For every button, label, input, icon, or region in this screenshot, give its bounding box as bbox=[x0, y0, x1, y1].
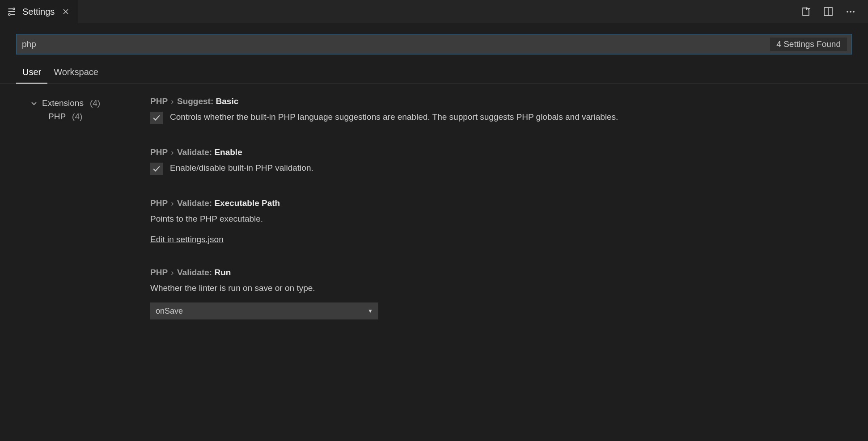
setting-title: PHP › Validate: Run bbox=[150, 268, 852, 277]
close-icon[interactable] bbox=[61, 7, 71, 17]
edit-in-settings-json-link[interactable]: Edit in settings.json bbox=[150, 235, 224, 244]
setting-group: Validate: bbox=[177, 198, 212, 208]
setting-scope: PHP bbox=[150, 198, 168, 208]
scope-tab-label: Workspace bbox=[54, 67, 98, 77]
separator-icon: › bbox=[171, 97, 176, 106]
setting-description: Controls whether the built-in PHP langua… bbox=[170, 111, 618, 124]
more-actions-icon[interactable] bbox=[846, 7, 855, 17]
setting-php-validate-executable-path: PHP › Validate: Executable Path Points t… bbox=[150, 198, 852, 244]
select-validate-run[interactable]: onSave ▼ bbox=[150, 302, 378, 319]
scope-tab-workspace[interactable]: Workspace bbox=[47, 63, 105, 84]
setting-body: Enable/disable built-in PHP validation. bbox=[150, 162, 852, 175]
setting-title: PHP › Validate: Enable bbox=[150, 147, 852, 157]
separator-icon: › bbox=[171, 147, 176, 157]
scope-tab-user[interactable]: User bbox=[16, 63, 47, 84]
settings-tree: Extensions (4) PHP (4) bbox=[16, 84, 150, 343]
svg-point-5 bbox=[850, 11, 851, 13]
setting-description: Points to the PHP executable. bbox=[150, 213, 852, 226]
setting-body: Controls whether the built-in PHP langua… bbox=[150, 111, 852, 124]
check-icon bbox=[152, 114, 161, 122]
tree-item-count: (4) bbox=[72, 112, 82, 122]
separator-icon: › bbox=[171, 268, 176, 277]
settings-search-row: 4 Settings Found bbox=[0, 23, 868, 55]
settings-results-count-badge: 4 Settings Found bbox=[770, 38, 847, 51]
setting-group: Suggest: bbox=[177, 97, 213, 106]
setting-php-suggest-basic: PHP › Suggest: Basic Controls whether th… bbox=[150, 97, 852, 124]
check-icon bbox=[152, 165, 161, 173]
tree-item-label: Extensions bbox=[42, 98, 84, 108]
tree-item-count: (4) bbox=[90, 98, 100, 108]
setting-php-validate-enable: PHP › Validate: Enable Enable/disable bu… bbox=[150, 147, 852, 175]
settings-body: Extensions (4) PHP (4) PHP › Suggest: Ba… bbox=[0, 84, 868, 343]
checkbox[interactable] bbox=[150, 163, 163, 175]
setting-scope: PHP bbox=[150, 97, 168, 106]
tree-item-label: PHP bbox=[48, 112, 66, 122]
setting-name: Basic bbox=[216, 97, 239, 106]
tab-label: Settings bbox=[22, 7, 55, 17]
checkbox[interactable] bbox=[150, 112, 163, 124]
svg-point-0 bbox=[13, 8, 15, 10]
caret-down-icon: ▼ bbox=[368, 308, 373, 314]
setting-title: PHP › Suggest: Basic bbox=[150, 97, 852, 106]
settings-scope-tabs: User Workspace bbox=[0, 55, 868, 84]
scope-tab-label: User bbox=[22, 67, 41, 77]
tabbar-spacer bbox=[78, 0, 801, 23]
settings-search-input[interactable] bbox=[17, 34, 770, 54]
setting-php-validate-run: PHP › Validate: Run Whether the linter i… bbox=[150, 268, 852, 320]
svg-point-6 bbox=[853, 11, 855, 13]
setting-description: Enable/disable built-in PHP validation. bbox=[170, 162, 313, 175]
setting-group: Validate: bbox=[177, 268, 212, 277]
svg-point-4 bbox=[847, 11, 848, 13]
select-value: onSave bbox=[156, 307, 183, 316]
chevron-down-icon bbox=[30, 100, 38, 107]
open-settings-json-icon[interactable] bbox=[801, 7, 811, 17]
setting-group: Validate: bbox=[177, 147, 212, 157]
setting-scope: PHP bbox=[150, 268, 168, 277]
setting-name: Executable Path bbox=[214, 198, 280, 208]
tree-item-extensions[interactable]: Extensions (4) bbox=[16, 97, 150, 110]
tab-settings[interactable]: Settings bbox=[0, 0, 78, 23]
svg-point-1 bbox=[8, 13, 10, 15]
separator-icon: › bbox=[171, 198, 176, 208]
tabbar-actions bbox=[801, 0, 868, 23]
setting-description: Whether the linter is run on save or on … bbox=[150, 282, 852, 295]
setting-name: Enable bbox=[214, 147, 242, 157]
settings-search-box: 4 Settings Found bbox=[16, 34, 852, 55]
setting-scope: PHP bbox=[150, 147, 168, 157]
setting-name: Run bbox=[214, 268, 231, 277]
settings-list: PHP › Suggest: Basic Controls whether th… bbox=[150, 84, 852, 343]
editor-tabbar: Settings bbox=[0, 0, 868, 23]
tree-item-php[interactable]: PHP (4) bbox=[16, 110, 150, 123]
setting-title: PHP › Validate: Executable Path bbox=[150, 198, 852, 208]
split-editor-icon[interactable] bbox=[823, 7, 833, 17]
settings-file-icon bbox=[7, 7, 16, 16]
